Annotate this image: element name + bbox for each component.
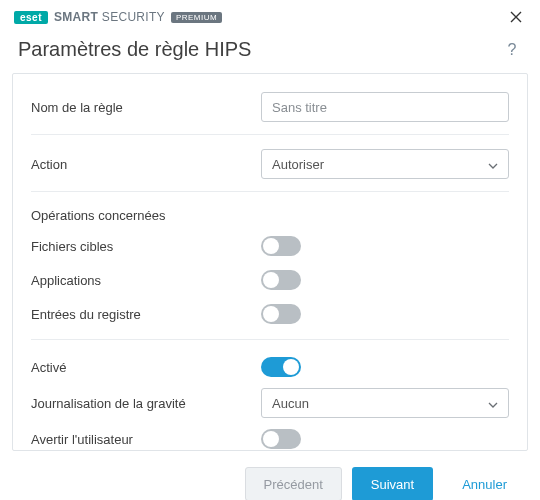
logging-severity-label: Journalisation de la gravité <box>31 396 261 411</box>
row-target-files: Fichiers cibles <box>31 229 509 263</box>
action-select-value: Autoriser <box>272 157 324 172</box>
cancel-button[interactable]: Annuler <box>443 467 526 500</box>
enabled-toggle[interactable] <box>261 357 301 377</box>
notify-user-label: Avertir l'utilisateur <box>31 432 261 447</box>
logging-severity-value: Aucun <box>272 396 309 411</box>
row-rule-name: Nom de la règle <box>31 88 509 126</box>
target-files-toggle[interactable] <box>261 236 301 256</box>
close-button[interactable] <box>506 7 526 27</box>
target-files-label: Fichiers cibles <box>31 239 261 254</box>
enabled-label: Activé <box>31 360 261 375</box>
row-action: Action Autoriser <box>31 145 509 183</box>
title-bar: eset SMART SECURITY PREMIUM <box>0 0 540 30</box>
chevron-down-icon <box>488 157 498 172</box>
brand-eset-badge: eset <box>14 11 48 24</box>
separator <box>31 339 509 340</box>
page-title: Paramètres de règle HIPS <box>18 38 251 61</box>
help-button[interactable]: ? <box>502 40 522 60</box>
dialog-footer: Précédent Suivant Annuler <box>0 451 540 500</box>
action-label: Action <box>31 157 261 172</box>
row-logging-severity: Journalisation de la gravité Aucun <box>31 384 509 422</box>
operations-concerned-title: Opérations concernées <box>31 202 509 229</box>
rule-name-input[interactable] <box>261 92 509 122</box>
separator <box>31 191 509 192</box>
dialog-header: Paramètres de règle HIPS ? <box>0 30 540 73</box>
brand-text: SMART SECURITY <box>54 10 165 24</box>
logging-severity-select[interactable]: Aucun <box>261 388 509 418</box>
registry-entries-toggle[interactable] <box>261 304 301 324</box>
next-button[interactable]: Suivant <box>352 467 433 500</box>
row-registry-entries: Entrées du registre <box>31 297 509 331</box>
rule-name-label: Nom de la règle <box>31 100 261 115</box>
help-icon: ? <box>508 41 517 59</box>
settings-panel: Nom de la règle Action Autoriser Opérati… <box>12 73 528 451</box>
separator <box>31 134 509 135</box>
applications-label: Applications <box>31 273 261 288</box>
applications-toggle[interactable] <box>261 270 301 290</box>
notify-user-toggle[interactable] <box>261 429 301 449</box>
close-icon <box>510 11 522 23</box>
row-applications: Applications <box>31 263 509 297</box>
previous-button[interactable]: Précédent <box>245 467 342 500</box>
row-enabled: Activé <box>31 350 509 384</box>
brand-premium-badge: PREMIUM <box>171 12 222 23</box>
chevron-down-icon <box>488 396 498 411</box>
registry-entries-label: Entrées du registre <box>31 307 261 322</box>
action-select[interactable]: Autoriser <box>261 149 509 179</box>
